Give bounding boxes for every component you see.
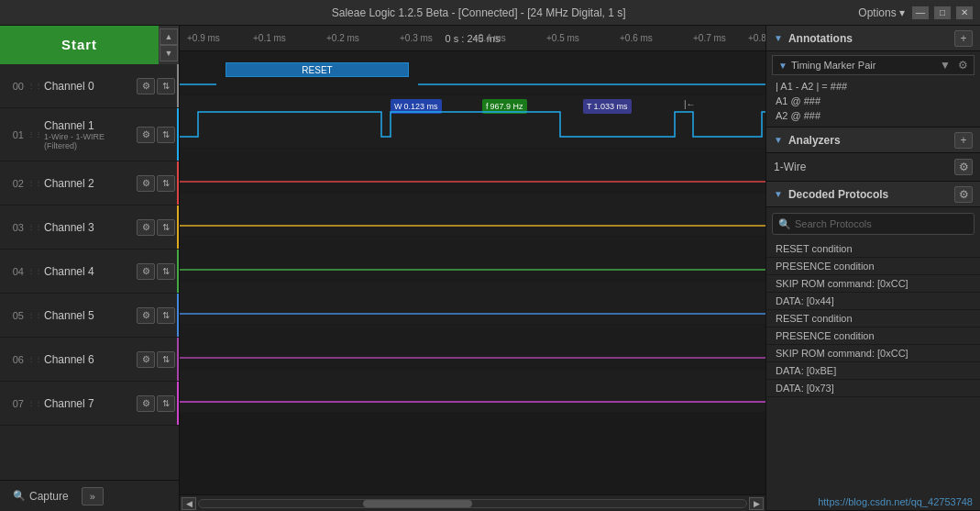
channel-settings-6[interactable]: ⚙ (137, 351, 155, 368)
channel-toggle-7[interactable]: ⇅ (157, 395, 175, 412)
scrollbar-track[interactable] (198, 499, 747, 508)
channel-dots-5: ⋮⋮ (28, 312, 42, 319)
ch3-waveform-svg (180, 193, 765, 236)
options-button[interactable]: Options ▾ (858, 6, 905, 19)
analyzer-name-0: 1-Wire (774, 161, 806, 173)
channel-dots-6: ⋮⋮ (28, 356, 42, 363)
channel-icons-1: ⚙ ⇅ (137, 127, 175, 143)
channel-settings-3[interactable]: ⚙ (137, 219, 155, 236)
capture-label: Capture (29, 490, 69, 503)
close-button[interactable]: ✕ (956, 6, 973, 19)
channel-dots-2: ⋮⋮ (28, 180, 42, 187)
time-ruler: 0 s : 245 ms +0.9 ms +0.1 ms +0.2 ms +0.… (180, 26, 765, 51)
scrollbar-row: ◀ ▶ (180, 494, 765, 511)
main-layout: Start ▲ ▼ 00 ⋮⋮ Channel 0 ⚙ ⇅ (0, 26, 980, 511)
anno-a1-text: A1 @ ### (776, 95, 820, 106)
waveform-area: 0 s : 245 ms +0.9 ms +0.1 ms +0.2 ms +0.… (180, 26, 765, 511)
expand-capture-button[interactable]: » (82, 487, 104, 505)
search-protocols-bar: 🔍 (772, 213, 974, 235)
channel-settings-7[interactable]: ⚙ (137, 395, 155, 412)
analyzers-content: 1-Wire ⚙ (766, 153, 980, 181)
channel-name-4: Channel 4 (44, 265, 94, 278)
channel-dots-3: ⋮⋮ (28, 224, 42, 231)
search-protocols-input[interactable] (795, 218, 968, 229)
protocol-item[interactable]: PRESENCE condition (766, 328, 980, 345)
ch7-waveform-svg (180, 369, 765, 412)
search-icon: 🔍 (778, 218, 791, 230)
channel-toggle-3[interactable]: ⇅ (157, 219, 175, 236)
scroll-up-button[interactable]: ▲ (160, 28, 178, 45)
protocol-item[interactable]: DATA: [0xBE] (766, 362, 980, 380)
channel-toggle-0[interactable]: ⇅ (157, 78, 175, 94)
protocol-item[interactable]: PRESENCE condition (766, 258, 980, 275)
start-button[interactable]: Start (0, 26, 159, 64)
channel-settings-0[interactable]: ⚙ (137, 78, 155, 94)
maximize-button[interactable]: □ (934, 6, 951, 19)
anno-formula-text: | A1 - A2 | = ### (776, 81, 847, 92)
scrollbar-thumb[interactable] (363, 500, 472, 507)
channel-num-4: 04 (4, 266, 24, 277)
annotations-add-button[interactable]: + (954, 30, 973, 47)
analyzers-add-button[interactable]: + (954, 132, 973, 149)
protocol-item[interactable]: SKIP ROM command: [0xCC] (766, 345, 980, 362)
protocol-item[interactable]: DATA: [0x44] (766, 293, 980, 310)
channel-name-6: Channel 6 (44, 353, 94, 366)
analyzers-triangle-icon: ▼ (774, 135, 783, 145)
analyzer-settings-button-0[interactable]: ⚙ (954, 159, 973, 175)
analyzers-header: ▼ Analyzers + (766, 128, 980, 153)
protocol-list: RESET conditionPRESENCE conditionSKIP RO… (766, 239, 980, 510)
channel-name-1: Channel 1 (44, 119, 94, 132)
scroll-left-button[interactable]: ◀ (182, 497, 196, 510)
channel-color-bar-4 (177, 250, 179, 293)
channel-row-6: 06 ⋮⋮ Channel 6 ⚙ ⇅ (0, 338, 179, 382)
channel-settings-1[interactable]: ⚙ (137, 127, 155, 143)
time-tick-4: +0.4 ms (473, 33, 506, 43)
decoded-protocols-title: Decoded Protocols (788, 188, 949, 201)
channel-name-0: Channel 0 (44, 80, 94, 93)
scroll-down-button[interactable]: ▼ (160, 45, 178, 61)
channel-toggle-5[interactable]: ⇅ (157, 307, 175, 324)
ch2-waveform-svg (180, 149, 765, 192)
channel-color-bar-3 (177, 206, 179, 249)
channel-panel: Start ▲ ▼ 00 ⋮⋮ Channel 0 ⚙ ⇅ (0, 26, 180, 511)
dropdown-triangle-icon: ▼ (778, 61, 787, 71)
anno-a2-text: A2 @ ### (776, 110, 820, 121)
protocol-item[interactable]: SKIP ROM command: [0xCC] (766, 275, 980, 293)
protocol-item[interactable]: RESET condition (766, 310, 980, 328)
wf-row-2 (180, 149, 765, 193)
channel-toggle-1[interactable]: ⇅ (157, 127, 175, 143)
anno-formula-row: | A1 - A2 | = ### (772, 79, 974, 94)
channel-num-7: 07 (4, 398, 24, 409)
decoded-protocols-header: ▼ Decoded Protocols ⚙ (766, 182, 980, 207)
channel-settings-2[interactable]: ⚙ (137, 175, 155, 192)
time-tick-3: +0.3 ms (400, 33, 433, 43)
protocol-item[interactable]: DATA: [0x73] (766, 380, 980, 397)
channel-num-3: 03 (4, 222, 24, 233)
protocol-item[interactable]: RESET condition (766, 240, 980, 258)
channel-dots-7: ⋮⋮ (28, 400, 42, 407)
channel-name-7: Channel 7 (44, 397, 94, 410)
decoded-protocols-settings-button[interactable]: ⚙ (954, 186, 973, 203)
channel-color-bar-0 (177, 64, 179, 107)
channel-toggle-6[interactable]: ⇅ (157, 351, 175, 368)
channel-icons-4: ⚙ ⇅ (137, 263, 175, 280)
channel-settings-4[interactable]: ⚙ (137, 263, 155, 280)
ch1-waveform-svg (180, 95, 765, 148)
channel-color-bar-1 (177, 108, 179, 161)
timing-marker-settings-icon[interactable]: ⚙ (958, 59, 968, 72)
scroll-right-button[interactable]: ▶ (749, 497, 764, 510)
wf-row-5 (180, 281, 765, 325)
search-icon: 🔍 (13, 490, 26, 502)
channel-row-2: 02 ⋮⋮ Channel 2 ⚙ ⇅ (0, 161, 179, 206)
channel-settings-5[interactable]: ⚙ (137, 307, 155, 324)
channel-toggle-2[interactable]: ⇅ (157, 175, 175, 192)
capture-button[interactable]: 🔍 Capture (7, 488, 74, 505)
titlebar-controls: — □ ✕ (912, 6, 973, 19)
annotations-triangle-icon: ▼ (774, 33, 783, 43)
channel-row-4: 04 ⋮⋮ Channel 4 ⚙ ⇅ (0, 250, 179, 294)
timing-marker-dropdown[interactable]: ▼ Timing Marker Pair ▼ ⚙ (772, 55, 974, 75)
watermark-link[interactable]: https://blog.csdn.net/qq_42753748 (818, 496, 973, 507)
channel-toggle-4[interactable]: ⇅ (157, 263, 175, 280)
minimize-button[interactable]: — (912, 6, 929, 19)
wf-row-6 (180, 325, 765, 369)
